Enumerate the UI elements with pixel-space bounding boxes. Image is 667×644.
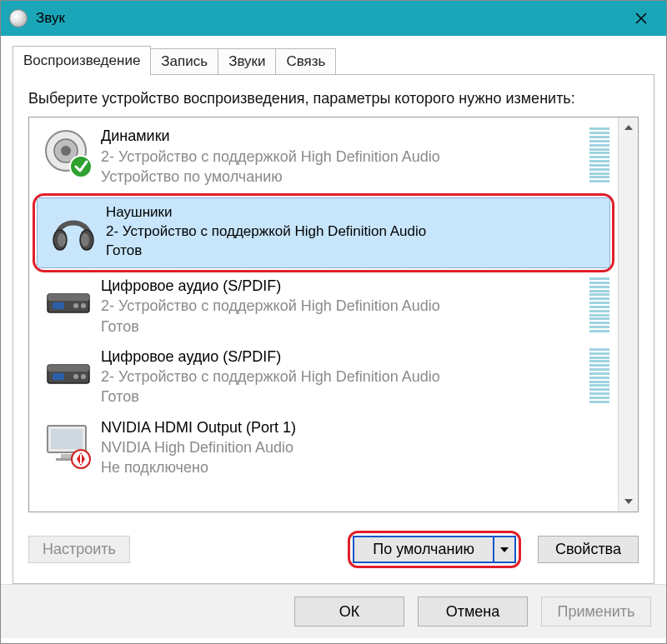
chevron-down-icon bbox=[624, 499, 633, 504]
device-name: Цифровое аудио (S/PDIF) bbox=[101, 276, 584, 296]
device-status: Устройство по умолчанию bbox=[101, 167, 584, 187]
cancel-button[interactable]: Отмена bbox=[418, 597, 528, 627]
cancel-label: Отмена bbox=[446, 603, 500, 621]
set-default-dropdown[interactable] bbox=[493, 537, 514, 562]
sound-app-icon bbox=[9, 9, 28, 27]
svg-point-4 bbox=[61, 146, 71, 156]
apply-button[interactable]: Применить bbox=[541, 597, 651, 627]
set-default-highlight: По умолчанию bbox=[348, 531, 521, 568]
device-desc: 2- Устройство с поддержкой High Definiti… bbox=[106, 222, 604, 242]
tab-communications[interactable]: Связь bbox=[275, 48, 336, 75]
tab-playback[interactable]: Воспроизведение bbox=[13, 46, 151, 75]
tab-recording[interactable]: Запись bbox=[150, 48, 218, 75]
device-desc: 2- Устройство с поддержкой High Definiti… bbox=[101, 367, 584, 387]
scroll-up-button[interactable] bbox=[619, 117, 638, 137]
svg-rect-12 bbox=[53, 302, 64, 309]
set-default-button[interactable]: По умолчанию bbox=[353, 536, 516, 563]
device-name: Динамики bbox=[101, 126, 584, 146]
ok-button[interactable]: ОК bbox=[294, 597, 404, 627]
window-title: Звук bbox=[36, 10, 65, 27]
svg-point-14 bbox=[81, 303, 86, 308]
tab-panel-playback: Выберите устройство воспроизведения, пар… bbox=[13, 74, 654, 584]
device-desc: 2- Устройство с поддержкой High Definiti… bbox=[101, 296, 584, 316]
monitor-icon bbox=[43, 419, 94, 471]
level-meter-icon bbox=[589, 126, 609, 184]
scroll-down-button[interactable] bbox=[619, 492, 638, 512]
set-default-label: По умолчанию bbox=[354, 537, 493, 562]
svg-marker-28 bbox=[500, 547, 509, 552]
svg-rect-21 bbox=[51, 429, 83, 449]
svg-point-5 bbox=[70, 156, 92, 177]
level-meter-icon bbox=[589, 347, 609, 405]
close-icon bbox=[635, 12, 647, 24]
properties-label: Свойства bbox=[555, 541, 621, 558]
svg-rect-22 bbox=[61, 454, 73, 458]
caret-down-icon bbox=[500, 547, 509, 552]
scroll-track[interactable] bbox=[619, 137, 638, 492]
tab-sounds[interactable]: Звуки bbox=[218, 48, 276, 75]
tab-playback-label: Воспроизведение bbox=[23, 52, 140, 68]
svg-point-18 bbox=[73, 374, 78, 379]
tab-strip: Воспроизведение Запись Звуки Связь bbox=[13, 44, 654, 74]
svg-marker-26 bbox=[624, 125, 633, 130]
device-status: Готов bbox=[101, 317, 584, 337]
svg-point-9 bbox=[81, 233, 89, 247]
device-name: Цифровое аудио (S/PDIF) bbox=[101, 347, 584, 367]
headphones-icon bbox=[48, 203, 99, 255]
tab-recording-label: Запись bbox=[161, 53, 208, 69]
level-meter-icon bbox=[589, 276, 609, 334]
list-scrollbar[interactable] bbox=[618, 117, 638, 512]
device-status: Готов bbox=[101, 387, 584, 407]
device-item-spdif-2[interactable]: Цифровое аудио (S/PDIF) 2- Устройство с … bbox=[29, 343, 618, 414]
svg-point-19 bbox=[81, 374, 86, 379]
svg-rect-16 bbox=[48, 365, 89, 372]
device-status: Готов bbox=[106, 242, 604, 261]
configure-button[interactable]: Настроить bbox=[28, 536, 130, 563]
apply-label: Применить bbox=[557, 603, 634, 621]
device-item-spdif-1[interactable]: Цифровое аудио (S/PDIF) 2- Устройство с … bbox=[29, 272, 618, 343]
close-button[interactable] bbox=[616, 1, 666, 36]
device-status: Не подключено bbox=[101, 457, 611, 477]
selection-highlight: Наушники 2- Устройство с поддержкой High… bbox=[33, 193, 614, 272]
digital-audio-icon bbox=[43, 277, 94, 329]
dialog-button-row: ОК Отмена Применить bbox=[1, 584, 666, 638]
digital-audio-icon bbox=[43, 348, 94, 400]
svg-point-13 bbox=[73, 303, 78, 308]
svg-marker-27 bbox=[624, 499, 633, 504]
tab-communications-label: Связь bbox=[286, 53, 325, 69]
device-item-nvidia-hdmi[interactable]: NVIDIA HDMI Output (Port 1) NVIDIA High … bbox=[29, 414, 618, 485]
tab-sounds-label: Звуки bbox=[228, 53, 265, 69]
chevron-up-icon bbox=[624, 125, 633, 130]
device-desc: NVIDIA High Definition Audio bbox=[101, 437, 611, 457]
device-desc: 2- Устройство с поддержкой High Definiti… bbox=[101, 147, 584, 167]
ok-label: ОК bbox=[339, 603, 360, 621]
tab-action-row: Настроить По умолчанию Свойства bbox=[28, 531, 639, 568]
speaker-icon bbox=[43, 127, 94, 179]
svg-rect-11 bbox=[48, 294, 89, 301]
device-name: NVIDIA HDMI Output (Port 1) bbox=[101, 417, 611, 437]
device-name: Наушники bbox=[106, 203, 604, 222]
device-item-speakers[interactable]: Динамики 2- Устройство с поддержкой High… bbox=[29, 122, 618, 193]
device-list: Динамики 2- Устройство с поддержкой High… bbox=[28, 117, 639, 512]
device-item-headphones[interactable]: Наушники 2- Устройство с поддержкой High… bbox=[37, 197, 610, 268]
svg-rect-17 bbox=[53, 373, 64, 380]
properties-button[interactable]: Свойства bbox=[538, 536, 639, 563]
svg-point-8 bbox=[58, 233, 66, 247]
configure-label: Настроить bbox=[43, 541, 116, 558]
instruction-text: Выберите устройство воспроизведения, пар… bbox=[28, 88, 639, 108]
titlebar: Звук bbox=[1, 1, 666, 36]
